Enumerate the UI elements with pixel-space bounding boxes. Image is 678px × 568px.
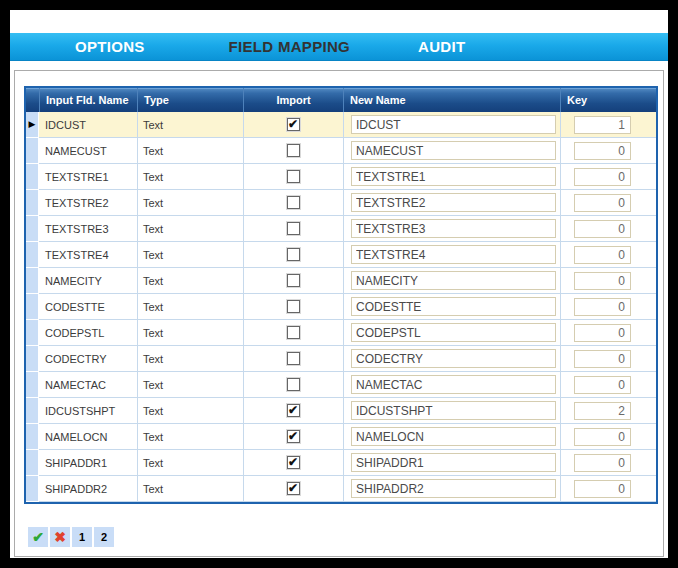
new-name-input[interactable]	[351, 193, 556, 212]
key-input[interactable]	[574, 272, 631, 290]
import-checkbox[interactable]	[287, 274, 300, 287]
new-name-cell	[343, 294, 560, 320]
new-name-cell	[343, 398, 560, 424]
import-checkbox[interactable]	[287, 118, 300, 131]
cancel-button[interactable]: ✖	[50, 527, 70, 547]
table-row: SHIPADDR2 Text	[26, 476, 656, 502]
import-checkbox[interactable]	[287, 222, 300, 235]
tab-field-mapping[interactable]: FIELD MAPPING	[229, 38, 350, 55]
key-input[interactable]	[574, 220, 631, 238]
key-input[interactable]	[574, 402, 631, 420]
key-input[interactable]	[574, 168, 631, 186]
import-checkbox[interactable]	[287, 482, 300, 495]
row-selector[interactable]	[26, 268, 39, 294]
new-name-input[interactable]	[351, 141, 556, 160]
new-name-input[interactable]	[351, 323, 556, 342]
import-checkbox[interactable]	[287, 196, 300, 209]
confirm-button[interactable]: ✔	[28, 527, 48, 547]
input-field-name-cell: SHIPADDR2	[39, 476, 137, 502]
bottom-toolbar: ✔ ✖ 1 2	[28, 527, 114, 547]
table-row: CODEPSTL Text	[26, 320, 656, 346]
key-input[interactable]	[574, 480, 631, 498]
key-cell	[560, 164, 656, 190]
new-name-input[interactable]	[351, 401, 556, 420]
new-name-input[interactable]	[351, 349, 556, 368]
type-cell: Text	[137, 190, 243, 216]
row-selector[interactable]	[26, 476, 39, 502]
row-selector[interactable]	[26, 450, 39, 476]
key-input[interactable]	[574, 324, 631, 342]
type-cell: Text	[137, 164, 243, 190]
import-cell	[243, 216, 343, 242]
row-selector[interactable]: ▶	[26, 112, 39, 138]
table-row: CODECTRY Text	[26, 346, 656, 372]
key-input[interactable]	[574, 298, 631, 316]
import-checkbox[interactable]	[287, 326, 300, 339]
import-checkbox[interactable]	[287, 248, 300, 261]
type-cell: Text	[137, 346, 243, 372]
new-name-cell	[343, 190, 560, 216]
row-selector[interactable]	[26, 294, 39, 320]
new-name-cell	[343, 268, 560, 294]
import-checkbox[interactable]	[287, 352, 300, 365]
type-cell: Text	[137, 398, 243, 424]
import-cell	[243, 190, 343, 216]
current-row-arrow-icon: ▶	[29, 120, 36, 129]
new-name-input[interactable]	[351, 427, 556, 446]
input-field-name-cell: CODESTTE	[39, 294, 137, 320]
key-cell	[560, 216, 656, 242]
table-row: CODESTTE Text	[26, 294, 656, 320]
key-input[interactable]	[574, 376, 631, 394]
new-name-input[interactable]	[351, 219, 556, 238]
new-name-input[interactable]	[351, 115, 556, 134]
import-checkbox[interactable]	[287, 144, 300, 157]
page-2-button[interactable]: 2	[94, 527, 114, 547]
key-input[interactable]	[574, 116, 631, 134]
input-field-name-cell: CODECTRY	[39, 346, 137, 372]
row-selector[interactable]	[26, 190, 39, 216]
row-selector[interactable]	[26, 398, 39, 424]
new-name-cell	[343, 346, 560, 372]
key-input[interactable]	[574, 428, 631, 446]
new-name-cell	[343, 242, 560, 268]
key-input[interactable]	[574, 142, 631, 160]
input-field-name-cell: NAMELOCN	[39, 424, 137, 450]
import-checkbox[interactable]	[287, 430, 300, 443]
row-selector[interactable]	[26, 424, 39, 450]
new-name-input[interactable]	[351, 375, 556, 394]
key-input[interactable]	[574, 246, 631, 264]
key-cell	[560, 372, 656, 398]
new-name-input[interactable]	[351, 479, 556, 498]
row-selector[interactable]	[26, 242, 39, 268]
import-checkbox[interactable]	[287, 404, 300, 417]
table-row: TEXTSTRE2 Text	[26, 190, 656, 216]
key-input[interactable]	[574, 194, 631, 212]
row-selector[interactable]	[26, 164, 39, 190]
key-input[interactable]	[574, 454, 631, 472]
row-selector[interactable]	[26, 346, 39, 372]
tab-options[interactable]: OPTIONS	[75, 38, 145, 55]
row-selector[interactable]	[26, 138, 39, 164]
new-name-input[interactable]	[351, 245, 556, 264]
input-field-name-cell: TEXTSTRE3	[39, 216, 137, 242]
key-cell	[560, 346, 656, 372]
import-checkbox[interactable]	[287, 378, 300, 391]
row-selector[interactable]	[26, 320, 39, 346]
import-checkbox[interactable]	[287, 300, 300, 313]
top-navigation-bar: OPTIONS FIELD MAPPING AUDIT	[10, 33, 668, 61]
tab-audit[interactable]: AUDIT	[418, 38, 465, 55]
import-checkbox[interactable]	[287, 456, 300, 469]
field-mapping-grid: Input Fld. Name Type Import New Name Key…	[24, 86, 658, 504]
page-1-button[interactable]: 1	[72, 527, 92, 547]
row-selector[interactable]	[26, 216, 39, 242]
key-input[interactable]	[574, 350, 631, 368]
row-selector[interactable]	[26, 372, 39, 398]
key-cell	[560, 320, 656, 346]
import-cell	[243, 112, 343, 138]
new-name-input[interactable]	[351, 167, 556, 186]
app-window-frame: OPTIONS FIELD MAPPING AUDIT Input Fld. N…	[0, 0, 678, 568]
new-name-input[interactable]	[351, 271, 556, 290]
new-name-input[interactable]	[351, 453, 556, 472]
new-name-input[interactable]	[351, 297, 556, 316]
import-checkbox[interactable]	[287, 170, 300, 183]
